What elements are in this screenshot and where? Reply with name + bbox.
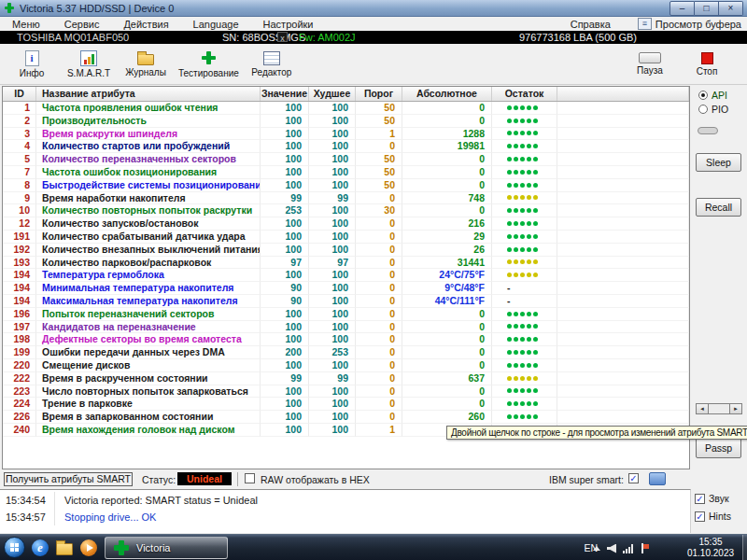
toolbar-info-button[interactable]: i Инфо bbox=[7, 46, 56, 83]
pio-radio-row[interactable]: PIO bbox=[698, 104, 728, 115]
clock[interactable]: 15:35 01.10.2023 bbox=[684, 537, 738, 559]
smart-row[interactable]: 193Количество парковок/распарковок979703… bbox=[3, 257, 689, 270]
attr-health bbox=[492, 192, 557, 205]
get-smart-button[interactable]: Получить атрибуты SMART bbox=[4, 472, 133, 486]
smart-row[interactable]: 191Количество срабатываний датчика удара… bbox=[3, 231, 689, 244]
scroll-left-icon[interactable]: ◄ bbox=[696, 403, 709, 414]
col-header-id[interactable]: ID bbox=[3, 87, 36, 101]
health-dot bbox=[514, 388, 518, 393]
menu-item-actions[interactable]: Действия bbox=[111, 19, 180, 30]
clock-date: 01.10.2023 bbox=[687, 548, 734, 558]
attr-worst: 100 bbox=[309, 282, 356, 295]
toolbar-testing-button[interactable]: Тестирование bbox=[178, 46, 239, 83]
scroll-track[interactable] bbox=[709, 403, 729, 414]
smart-row[interactable]: 5Количество переназначенных секторов1001… bbox=[3, 153, 689, 166]
pause-button[interactable]: Пауза bbox=[626, 46, 674, 83]
smart-row[interactable]: 223Число повторных попыток запарковаться… bbox=[3, 385, 689, 399]
smart-row[interactable]: 226Время в запаркованном состоянии100100… bbox=[3, 411, 689, 424]
smart-row[interactable]: 3Время раскрутки шпинделя10010011288 bbox=[3, 128, 689, 141]
smart-row[interactable]: 194Максимальная температура накопителя90… bbox=[3, 295, 689, 308]
drive-tab-close-icon[interactable]: x bbox=[277, 32, 288, 42]
attr-value: 100 bbox=[261, 308, 309, 321]
menu-item-help[interactable]: Справка bbox=[558, 19, 623, 30]
passp-button[interactable]: Passp bbox=[696, 438, 741, 458]
title-bar[interactable]: Victoria 5.37 HDD/SSD | Device 0 – □ × bbox=[0, 0, 747, 17]
smart-row[interactable]: 224Трение в парковке10010000 bbox=[3, 398, 689, 411]
col-header-worst[interactable]: Худшее bbox=[309, 87, 356, 101]
smart-row[interactable]: 194Температура гермоблока100100024°C/75°… bbox=[3, 269, 689, 282]
recall-button[interactable]: Recall bbox=[696, 198, 741, 217]
smart-row[interactable]: 10Количество повторных попыток раскрутки… bbox=[3, 204, 689, 217]
hidden-icons-arrow-icon[interactable] bbox=[593, 546, 600, 551]
minimize-button[interactable]: – bbox=[669, 1, 695, 16]
action-center-flag-icon[interactable] bbox=[641, 543, 650, 553]
health-dot bbox=[527, 119, 531, 123]
col-header-name[interactable]: Название атрибута bbox=[36, 87, 261, 101]
row-filler bbox=[557, 204, 689, 217]
quicklaunch-explorer-button[interactable] bbox=[54, 538, 75, 558]
ibm-smart-color-button[interactable] bbox=[649, 472, 666, 485]
quicklaunch-media-button[interactable] bbox=[78, 538, 99, 558]
attr-name: Количество повторных попыток раскрутки bbox=[36, 204, 261, 217]
scroll-right-icon[interactable]: ► bbox=[729, 403, 742, 414]
sound-checkbox[interactable]: ✓ bbox=[695, 494, 705, 504]
ibm-smart-checkbox[interactable]: ✓ bbox=[628, 473, 639, 483]
attr-absolute: 748 bbox=[402, 192, 492, 205]
attr-value: 100 bbox=[261, 398, 309, 411]
menu-item-service[interactable]: Сервис bbox=[52, 19, 112, 30]
smart-row[interactable]: 196Попыток переназначений секторов100100… bbox=[3, 308, 689, 321]
health-dot bbox=[527, 312, 531, 316]
mini-scrollbar[interactable]: ◄ ► bbox=[696, 403, 742, 414]
toolbar-journals-button[interactable]: Журналы bbox=[121, 46, 170, 83]
stop-button[interactable]: Стоп bbox=[683, 46, 731, 83]
smart-row[interactable]: 4Количество стартов или пробуждений10010… bbox=[3, 140, 689, 153]
smart-row[interactable]: 197Кандидатов на переназначение10010000 bbox=[3, 321, 689, 334]
attr-value: 100 bbox=[261, 115, 309, 128]
sound-option[interactable]: ✓ Звук bbox=[695, 493, 747, 504]
menu-item-menu[interactable]: Меню bbox=[0, 19, 52, 30]
col-header-value[interactable]: Значение bbox=[261, 87, 309, 101]
raw-hex-checkbox[interactable] bbox=[245, 473, 255, 483]
smart-row[interactable]: 8Быстродействие системы позиционирования… bbox=[3, 179, 689, 192]
smart-row[interactable]: 2Производительность100100500 bbox=[3, 115, 689, 128]
attr-name: Частота проявления ошибок чтения bbox=[36, 102, 261, 115]
volume-icon[interactable] bbox=[607, 544, 616, 553]
attr-absolute: 260 bbox=[402, 411, 492, 424]
smart-row[interactable]: 1Частота проявления ошибок чтения1001005… bbox=[3, 102, 689, 115]
col-header-threshold[interactable]: Порог bbox=[356, 87, 402, 101]
close-button[interactable]: × bbox=[719, 1, 743, 16]
menu-item-settings[interactable]: Настройки bbox=[251, 19, 326, 30]
smart-row[interactable]: 12Количество запусков/остановок100100021… bbox=[3, 217, 689, 231]
pio-radio[interactable] bbox=[698, 105, 708, 114]
smart-row[interactable]: 194Минимальная температура накопителя901… bbox=[3, 282, 689, 295]
api-radio[interactable] bbox=[698, 91, 708, 100]
api-radio-row[interactable]: API bbox=[698, 90, 727, 101]
smart-row[interactable]: 7Частота ошибок позиционирования10010050… bbox=[3, 166, 689, 179]
network-icon[interactable] bbox=[623, 544, 634, 553]
raw-hex-label[interactable]: RAW отображать в HEX bbox=[261, 474, 370, 485]
quicklaunch-browser-button[interactable]: e bbox=[30, 538, 50, 558]
smart-row[interactable]: 9Время наработки накопителя99990748 bbox=[3, 192, 689, 205]
col-header-absolute[interactable]: Абсолютное bbox=[402, 87, 492, 101]
toolbar-editor-button[interactable]: Редактор bbox=[247, 46, 296, 83]
sleep-button[interactable]: Sleep bbox=[696, 153, 741, 172]
col-header-health[interactable]: Остаток bbox=[492, 87, 557, 101]
smart-row[interactable]: 192Количество внезапных выключений питан… bbox=[3, 244, 689, 257]
attr-absolute: 26 bbox=[402, 244, 492, 257]
hints-checkbox[interactable]: ✓ bbox=[695, 511, 705, 522]
smart-row[interactable]: 222Время в раскрученном состоянии9999063… bbox=[3, 372, 689, 385]
buffer-view-button[interactable]: ≡ Просмотр буфера bbox=[623, 18, 747, 30]
start-button[interactable] bbox=[4, 537, 25, 558]
smart-row[interactable]: 220Смещение дисков10010000 bbox=[3, 359, 689, 372]
maximize-button[interactable]: □ bbox=[695, 1, 719, 16]
smart-row[interactable]: 198Дефектные секторы во время самотеста1… bbox=[3, 333, 689, 346]
menu-item-language[interactable]: Language bbox=[181, 19, 251, 30]
attr-health bbox=[492, 115, 557, 128]
hints-option[interactable]: ✓ Hints bbox=[695, 511, 747, 522]
show-desktop-button[interactable] bbox=[742, 535, 747, 560]
attr-id: 222 bbox=[3, 372, 36, 385]
smart-row[interactable]: 199Ошибки передачи данных через DMA20025… bbox=[3, 346, 689, 359]
taskbar-victoria-button[interactable]: Victoria bbox=[105, 537, 228, 559]
toolbar-smart-button[interactable]: S.M.A.R.T bbox=[64, 46, 113, 83]
attr-threshold: 0 bbox=[356, 269, 402, 282]
